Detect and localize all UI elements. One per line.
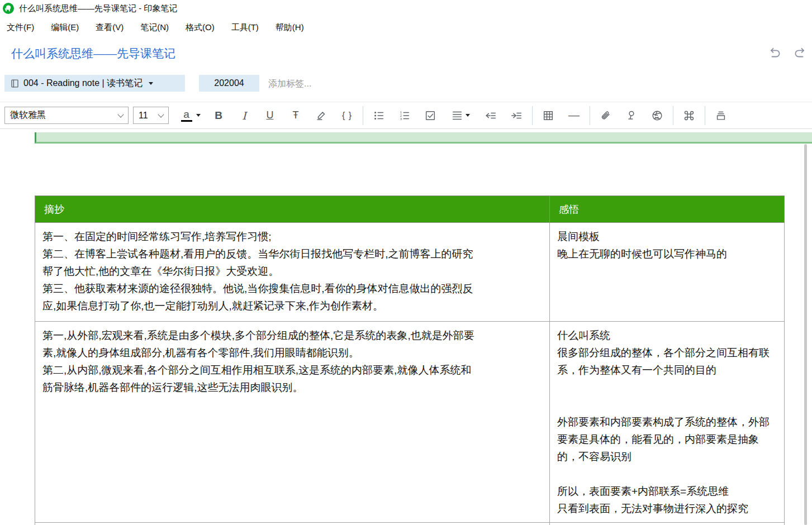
audio-record-button[interactable] (619, 103, 644, 128)
excerpt-cell-3[interactable]: 小改只看到事情的表面要素,村里缺水,我只要把水挑过来,我就能赚到钱。这是一种线性… (35, 523, 550, 525)
excerpt-cell-2[interactable]: 第一,从外部,宏观来看,系统是由多个模块,多个部分组成的整体,它是系统的表象,也… (35, 322, 550, 523)
highlight-button[interactable] (308, 103, 334, 128)
menu-help[interactable]: 帮助(H) (276, 22, 304, 33)
storage-box-button[interactable] (708, 103, 734, 128)
checkbox-button[interactable] (417, 103, 443, 128)
command-icon (683, 109, 695, 122)
scrollbar-thumb[interactable] (804, 144, 807, 525)
underline-icon: U (267, 109, 274, 121)
font-color-button[interactable]: a (175, 103, 206, 128)
toolbar-separator (705, 106, 705, 125)
table-header-insight[interactable]: 感悟 (550, 196, 785, 223)
tag-label: 202004 (214, 78, 244, 88)
redo-icon (793, 47, 808, 60)
aperture-shutter-icon (651, 109, 663, 122)
strikethrough-button[interactable]: Ŧ (283, 103, 308, 128)
font-family-select[interactable]: 微软雅黑 (4, 107, 129, 124)
insert-table-button[interactable] (535, 103, 561, 128)
code-block-button[interactable]: { } (334, 103, 360, 128)
table-row: 第一、在固定的时间经常练习写作,培养写作习惯; 第二、在博客上尝试各种题材,看用… (35, 223, 785, 322)
menu-tools[interactable]: 工具(T) (231, 22, 259, 33)
bullet-list-button[interactable] (366, 103, 392, 128)
font-size-select[interactable]: 11 (133, 107, 169, 124)
align-icon (451, 109, 463, 122)
insight-cell-2[interactable]: 什么叫系统 很多部分组成的整体，各个部分之间互相有联系，作为整体又有一个共同的目… (550, 322, 785, 523)
align-caret-icon (466, 114, 470, 117)
undo-icon (767, 47, 782, 60)
bold-icon: B (215, 109, 222, 122)
add-tag-field[interactable]: 添加标签... (268, 78, 311, 90)
microphone-icon (625, 109, 638, 122)
notebook-caret-icon (149, 82, 153, 85)
note-table: 摘抄 感悟 第一、在固定的时间经常练习写作,培养写作习惯; 第二、在博客上尝试各… (35, 195, 785, 525)
insight-cell-3[interactable] (550, 523, 785, 525)
evernote-logo-icon (3, 3, 14, 14)
table-row: 小改只看到事情的表面要素,村里缺水,我只要把水挑过来,我就能赚到钱。这是一种线性… (35, 523, 785, 525)
horizontal-rule-icon: — (568, 109, 580, 122)
strikethrough-icon: Ŧ (293, 109, 299, 121)
svg-text:3: 3 (400, 117, 402, 121)
toolbar-separator (532, 106, 533, 125)
notebook-name: 004 - Reading note | 读书笔记 (23, 78, 143, 89)
note-title[interactable]: 什么叫系统思维——先导课笔记 (11, 46, 175, 61)
chevron-down-icon (158, 111, 164, 117)
indent-icon (510, 109, 523, 122)
outdent-icon (484, 109, 497, 122)
toolbar-separator (673, 106, 673, 125)
toolbar-separator (590, 106, 590, 125)
highlighter-icon (315, 109, 327, 122)
horizontal-rule-button[interactable]: — (561, 103, 587, 128)
table-icon (542, 109, 554, 122)
notebook-selector[interactable]: 004 - Reading note | 读书笔记 (4, 75, 185, 92)
storage-box-icon (715, 109, 727, 122)
notebook-icon (10, 79, 20, 88)
menu-edit[interactable]: 编辑(E) (51, 22, 79, 33)
screenshot-button[interactable] (644, 103, 670, 128)
font-color-caret-icon (196, 114, 201, 117)
window-titlebar: 什么叫系统思维——先导课笔记 - 印象笔记 (0, 0, 812, 17)
table-header-row: 摘抄 感悟 (35, 196, 785, 223)
numbered-list-button[interactable]: 1 2 3 (392, 103, 417, 128)
align-button[interactable] (443, 103, 478, 128)
underline-button[interactable]: U (257, 103, 283, 128)
font-color-icon: a (181, 109, 192, 122)
tag-chip[interactable]: 202004 (199, 75, 259, 92)
table-header-excerpt[interactable]: 摘抄 (35, 196, 550, 223)
menu-note[interactable]: 笔记(N) (140, 22, 169, 33)
outdent-button[interactable] (478, 103, 504, 128)
shortcuts-button[interactable] (676, 103, 702, 128)
formatting-toolbar: 微软雅黑 11 a B I U Ŧ { } 1 2 3 (0, 102, 812, 129)
bold-button[interactable]: B (206, 103, 231, 128)
font-size-value: 11 (139, 111, 148, 121)
indent-button[interactable] (504, 103, 529, 128)
menu-bar: 文件(F) 编辑(E) 查看(V) 笔记(N) 格式(O) 工具(T) 帮助(H… (0, 17, 812, 37)
checkbox-icon (424, 109, 436, 122)
excerpt-cell-1[interactable]: 第一、在固定的时间经常练习写作,培养写作习惯; 第二、在博客上尝试各种题材,看用… (35, 223, 550, 322)
redo-button[interactable] (793, 47, 808, 60)
font-family-value: 微软雅黑 (10, 109, 46, 121)
menu-file[interactable]: 文件(F) (7, 22, 34, 33)
undo-button[interactable] (767, 47, 782, 60)
numbered-list-icon: 1 2 3 (398, 109, 411, 122)
bullet-list-icon (373, 109, 385, 122)
window-title: 什么叫系统思维——先导课笔记 - 印象笔记 (19, 3, 177, 14)
italic-icon: I (242, 109, 246, 122)
chevron-down-icon (117, 111, 124, 117)
paperclip-icon (600, 109, 612, 122)
attachment-button[interactable] (593, 103, 619, 128)
toolbar-separator (363, 106, 363, 125)
code-block-icon: { } (342, 111, 352, 121)
menu-format[interactable]: 格式(O) (186, 22, 215, 33)
table-row: 第一,从外部,宏观来看,系统是由多个模块,多个部分组成的整体,它是系统的表象,也… (35, 322, 785, 523)
italic-button[interactable]: I (231, 103, 257, 128)
highlight-block-edge (35, 132, 812, 144)
menu-view[interactable]: 查看(V) (96, 22, 124, 33)
insight-cell-1[interactable]: 晨间模板 晚上在无聊的时候也可以写作神马的 (550, 223, 785, 322)
